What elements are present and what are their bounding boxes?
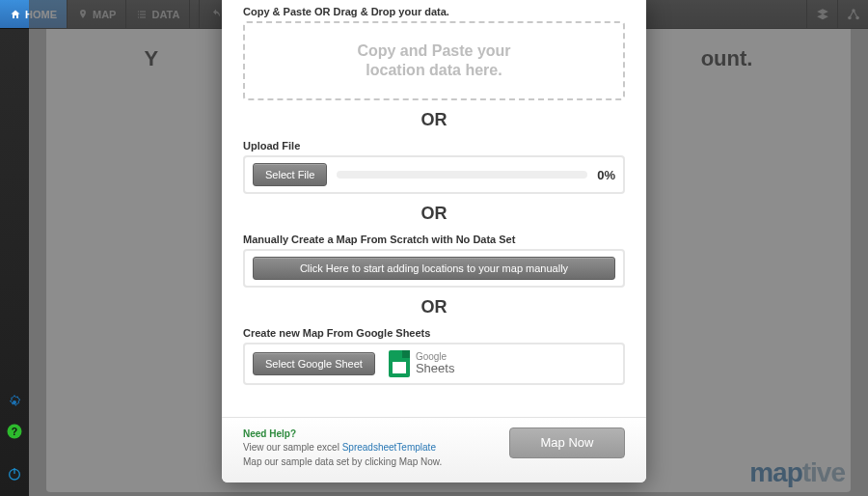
or-divider: OR: [243, 110, 625, 130]
help-button[interactable]: ?: [0, 417, 29, 446]
sidebar-tool-button[interactable]: [0, 388, 29, 417]
help-icon: ?: [6, 423, 23, 440]
help-block: Need Help? View our sample excel Spreads…: [243, 427, 442, 470]
gear-icon: [7, 395, 22, 410]
or-divider: OR: [243, 204, 625, 224]
help-line: View our sample excel SpreadsheetTemplat…: [243, 442, 436, 453]
upload-label: Upload File: [243, 140, 625, 152]
paste-dropzone[interactable]: Copy and Paste your location data here.: [243, 21, 625, 100]
left-sidebar: ?: [0, 29, 29, 496]
spreadsheet-template-link[interactable]: SpreadsheetTemplate: [342, 442, 436, 453]
google-sheets-icon: [389, 350, 410, 377]
help-line: Map our sample data set by clicking Map …: [243, 456, 442, 467]
power-button[interactable]: [0, 459, 29, 488]
dropzone-text: Copy and Paste your: [357, 41, 510, 61]
map-now-button[interactable]: Map Now: [509, 427, 625, 458]
upload-progress-bar: [337, 171, 587, 179]
manual-panel: Click Here to start adding locations to …: [243, 249, 625, 288]
svg-text:?: ?: [12, 426, 17, 437]
manual-create-button[interactable]: Click Here to start adding locations to …: [253, 257, 615, 280]
upload-percent: 0%: [597, 168, 615, 182]
dropzone-text: location data here.: [357, 61, 510, 80]
power-icon: [7, 466, 22, 482]
manual-label: Manually Create a Map From Scratch with …: [243, 234, 625, 245]
need-help-label: Need Help?: [243, 427, 442, 442]
modal-footer: Need Help? View our sample excel Spreads…: [222, 417, 646, 483]
select-google-sheet-button[interactable]: Select Google Sheet: [253, 352, 375, 375]
gsheets-panel: Select Google Sheet Google Sheets: [243, 343, 625, 385]
sheets-brand-bottom: Sheets: [416, 362, 454, 375]
home-icon: [10, 9, 21, 20]
select-file-button[interactable]: Select File: [253, 163, 327, 186]
google-sheets-brand: Google Sheets: [389, 350, 454, 377]
gsheets-label: Create new Map From Google Sheets: [243, 327, 625, 339]
data-input-modal: Copy & Paste OR Drag & Drop your data. C…: [222, 0, 646, 482]
copy-paste-label: Copy & Paste OR Drag & Drop your data.: [243, 6, 625, 17]
or-divider: OR: [243, 297, 625, 317]
upload-panel: Select File 0%: [243, 155, 625, 194]
